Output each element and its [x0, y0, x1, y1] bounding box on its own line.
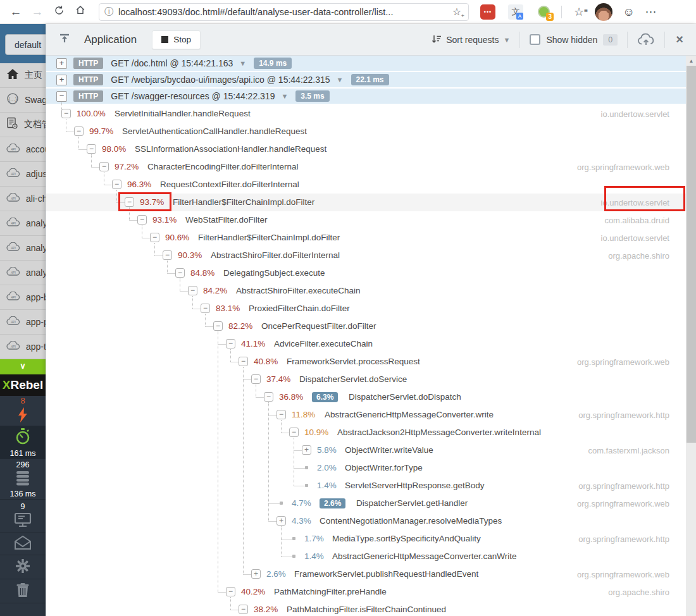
call-tree-row[interactable]: −40.2%PathMatchingFilter.preHandleorg.ap… — [46, 583, 686, 601]
call-tree-row[interactable]: −37.4%DispatcherServlet.doService — [46, 371, 686, 388]
call-tree-row[interactable]: −96.3%RequestContextFilter.doFilterInter… — [46, 176, 686, 194]
close-panel-icon[interactable]: × — [674, 32, 685, 47]
call-tree-row[interactable]: −100.0%ServletInitialHandler.handleReque… — [46, 105, 686, 123]
xrebel-logo[interactable]: XRebel — [0, 374, 46, 396]
call-tree-row[interactable]: −41.1%AdviceFilter.executeChain — [46, 335, 686, 353]
xrebel-database-item[interactable]: 296136 ms — [0, 459, 46, 500]
feedback-smiley-icon[interactable]: ☺ — [623, 5, 635, 19]
collapse-node-icon[interactable]: − — [61, 109, 71, 118]
call-tree-row[interactable]: 1.4%AbstractGenericHttpMessageConverter.… — [46, 548, 686, 565]
call-tree-row[interactable]: +5.8%ObjectWriter.writeValuecom.fasterxm… — [46, 441, 686, 459]
tree-connector — [91, 167, 99, 168]
profile-avatar[interactable] — [595, 3, 612, 21]
collapse-node-icon[interactable]: − — [163, 250, 172, 260]
call-tree-row[interactable]: −11.8%AbstractGenericHttpMessageConverte… — [46, 406, 686, 424]
show-hidden-checkbox[interactable] — [530, 34, 540, 45]
collapse-node-icon[interactable]: − — [175, 268, 185, 278]
refresh-icon[interactable] — [48, 5, 70, 19]
page-info-icon[interactable]: ⓘ — [104, 6, 113, 18]
call-tree-row[interactable]: −83.1%ProxiedFilterChain.doFilter — [46, 300, 686, 317]
password-extension-icon[interactable]: ••• — [480, 4, 495, 20]
call-tree-row[interactable]: −38.2%PathMatchingFilter.isFilterChainCo… — [46, 601, 686, 616]
collapse-node-icon[interactable]: − — [226, 339, 235, 348]
call-tree-row[interactable]: −99.7%ServletAuthenticationCallHandler.h… — [46, 123, 686, 140]
call-tree-row[interactable]: +4.3%ContentNegotiationManager.resolveMe… — [46, 512, 686, 530]
collapse-node-icon[interactable]: − — [239, 605, 248, 614]
call-tree-row[interactable]: +2.6%FrameworkServlet.publishRequestHand… — [46, 565, 686, 583]
collapse-node-icon[interactable]: − — [188, 286, 197, 295]
sidebar-item-主页[interactable]: 主页 — [0, 63, 46, 88]
environment-select[interactable]: default — [5, 34, 46, 55]
translate-icon[interactable]: 文A — [508, 4, 523, 20]
xrebel-exceptions-item[interactable]: 8 — [0, 396, 46, 426]
collapse-node-icon[interactable]: − — [277, 410, 286, 419]
call-percentage: 5.8% — [317, 445, 337, 455]
sidebar-item-app-tr[interactable]: API app-tr — [0, 335, 46, 359]
favorites-icon[interactable]: ☆≡ — [571, 5, 587, 19]
forward-icon[interactable]: → — [27, 5, 48, 19]
back-icon[interactable]: ← — [5, 5, 27, 19]
browser-menu-icon[interactable]: ⋯ — [645, 5, 657, 19]
call-tree-row[interactable]: 1.7%MediaType.sortBySpecificityAndQualit… — [46, 530, 686, 548]
sidebar-item-app-b[interactable]: API app-b — [0, 285, 46, 310]
collapse-node-icon[interactable]: − — [87, 144, 96, 154]
xrebel-settings-item[interactable] — [0, 555, 46, 579]
stop-button[interactable]: Stop — [152, 30, 201, 49]
collapse-node-icon[interactable]: − — [112, 180, 121, 189]
sidebar-item-accou[interactable]: API accou — [0, 137, 46, 162]
bookmark-star-icon[interactable]: ☆+ — [451, 6, 463, 18]
sidebar-item-app-p[interactable]: API app-p — [0, 310, 46, 335]
expand-node-icon[interactable]: + — [302, 445, 311, 455]
xrebel-events-item[interactable]: 9 — [0, 500, 46, 533]
call-tree-row[interactable]: −36.8%6.3%DispatcherServlet.doDispatch — [46, 388, 686, 406]
xrebel-trash-item[interactable] — [0, 579, 46, 603]
collapse-node-icon[interactable]: − — [226, 587, 235, 596]
scroll-up-arrow[interactable]: ▲ — [686, 56, 696, 66]
call-tree-row[interactable]: −98.0%SSLInformationAssociationHandler.h… — [46, 140, 686, 158]
sidebar-item-adjust[interactable]: API adjust — [0, 162, 46, 187]
dock-top-icon[interactable] — [59, 34, 70, 46]
xrebel-collapse-button[interactable]: ∨ — [0, 359, 46, 374]
collapse-node-icon[interactable]: − — [289, 428, 299, 437]
tree-connector — [142, 238, 150, 238]
xrebel-app-time-item[interactable]: 161 ms — [0, 426, 46, 459]
sidebar-item-ali-ch[interactable]: API ali-ch — [0, 187, 46, 211]
sidebar-item-Swagg[interactable]: {…} Swagg — [0, 88, 46, 113]
call-tree-row[interactable]: −84.8%DelegatingSubject.execute — [46, 264, 686, 282]
expand-node-icon[interactable]: + — [251, 569, 261, 579]
collapse-node-icon[interactable]: − — [99, 162, 109, 171]
call-tree-row[interactable]: −40.8%FrameworkServlet.processRequestorg… — [46, 353, 686, 371]
call-tree-row[interactable]: −84.2%AbstractShiroFilter.executeChain — [46, 282, 686, 300]
call-tree-row[interactable]: −93.7%FilterHandler$FilterChainImpl.doFi… — [46, 194, 686, 211]
collapse-node-icon[interactable]: − — [239, 357, 248, 366]
address-bar[interactable]: ⓘ localhost:49093/doc.html#/default/anal… — [99, 3, 469, 21]
sidebar-item-analys[interactable]: API analys — [0, 261, 46, 285]
xrebel-mail-item[interactable] — [0, 533, 46, 555]
sidebar-item-analys[interactable]: API analys — [0, 211, 46, 236]
scrollbar[interactable]: ▲ — [686, 56, 696, 616]
sidebar-item-文档管[interactable]: 文档管 — [0, 113, 46, 137]
sort-requests-dropdown[interactable]: Sort requests ▼ — [432, 35, 510, 45]
call-tree-row[interactable]: 4.7%2.6%DispatcherServlet.getHandlerorg.… — [46, 495, 686, 512]
svg-text:API: API — [10, 345, 16, 348]
call-tree-row[interactable]: −90.3%AbstractShiroFilter.doFilterIntern… — [46, 247, 686, 264]
collapse-node-icon[interactable]: − — [125, 197, 134, 207]
sidebar-item-analys[interactable]: API analys — [0, 236, 46, 261]
collapse-node-icon[interactable]: − — [74, 126, 84, 136]
extension-badge-icon[interactable]: 3 — [536, 4, 551, 20]
call-tree-row[interactable]: −10.9%AbstractJackson2HttpMessageConvert… — [46, 424, 686, 441]
collapse-node-icon[interactable]: − — [251, 374, 261, 384]
scrollbar-thumb[interactable] — [687, 66, 696, 443]
collapse-node-icon[interactable]: − — [201, 304, 210, 313]
expand-node-icon[interactable]: + — [277, 516, 286, 526]
call-tree-row[interactable]: −82.2%OncePerRequestFilter.doFilter — [46, 317, 686, 335]
call-tree-row[interactable]: 1.4%ServletServerHttpResponse.getBodyorg… — [46, 477, 686, 495]
call-tree-row[interactable]: −97.2%CharacterEncodingFilter.doFilterIn… — [46, 158, 686, 176]
collapse-node-icon[interactable]: − — [264, 392, 273, 402]
call-tree-row[interactable]: 2.0%ObjectWriter.forType — [46, 459, 686, 477]
home-icon[interactable] — [70, 4, 91, 19]
cloud-upload-icon[interactable] — [637, 33, 655, 47]
collapse-node-icon[interactable]: − — [137, 215, 147, 225]
collapse-node-icon[interactable]: − — [150, 233, 159, 242]
collapse-node-icon[interactable]: − — [213, 321, 223, 331]
